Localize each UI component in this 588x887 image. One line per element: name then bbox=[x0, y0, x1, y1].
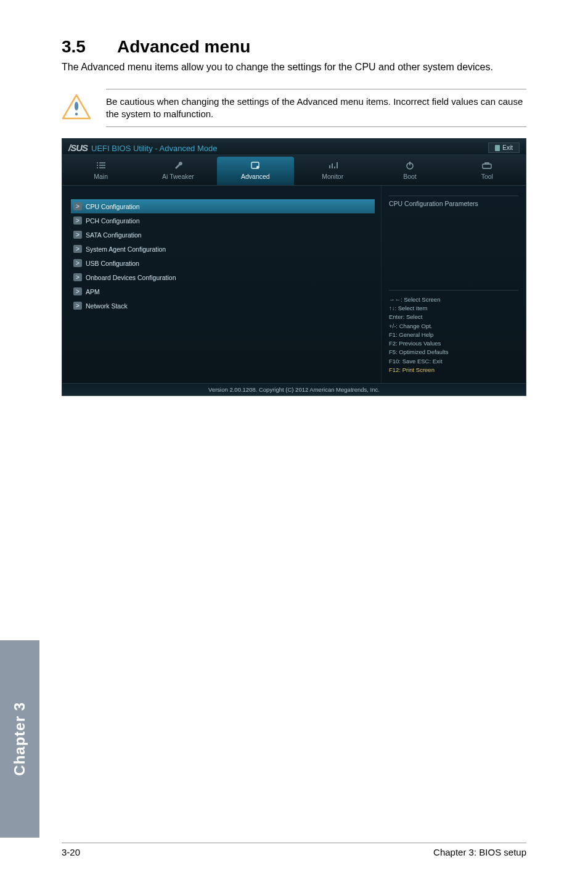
bios-title: UEFI BIOS Utility - Advanced Mode bbox=[91, 144, 217, 153]
menu-item-onboard-devices-configuration[interactable]: > Onboard Devices Configuration bbox=[71, 270, 375, 284]
list-icon bbox=[62, 160, 139, 170]
menu-label: Network Stack bbox=[86, 302, 128, 310]
help-line: Enter: Select bbox=[389, 313, 518, 321]
tab-tool[interactable]: Tool bbox=[449, 157, 526, 185]
submenu-arrow-icon: > bbox=[73, 217, 82, 225]
submenu-arrow-icon: > bbox=[73, 245, 82, 253]
help-line: ↑↓: Select Item bbox=[389, 304, 518, 313]
tab-label: Main bbox=[62, 173, 139, 180]
chip-icon bbox=[217, 160, 294, 170]
tab-monitor[interactable]: Monitor bbox=[294, 157, 371, 185]
bios-titlebar: /SUS UEFI BIOS Utility - Advanced Mode E… bbox=[62, 139, 526, 154]
page-footer: 3-20 Chapter 3: BIOS setup bbox=[62, 843, 526, 857]
menu-item-usb-configuration[interactable]: > USB Configuration bbox=[71, 256, 375, 270]
menu-label: CPU Configuration bbox=[86, 203, 140, 210]
bios-tabs: Main Ai Tweaker Advanced Monitor bbox=[62, 154, 526, 186]
menu-item-apm[interactable]: > APM bbox=[71, 284, 375, 299]
tab-label: Ai Tweaker bbox=[139, 173, 216, 180]
tab-label: Boot bbox=[371, 173, 448, 180]
bios-menu-panel: > CPU Configuration > PCH Configuration … bbox=[62, 186, 381, 383]
chapter-side-tab: Chapter 3 bbox=[0, 640, 39, 838]
submenu-arrow-icon: > bbox=[73, 302, 82, 310]
footer-chapter: Chapter 3: BIOS setup bbox=[433, 847, 526, 857]
section-title: Advanced menu bbox=[117, 37, 250, 56]
svg-point-1 bbox=[75, 112, 78, 115]
exit-button[interactable]: Exit bbox=[488, 142, 520, 153]
help-line: +/-: Change Opt. bbox=[389, 322, 518, 331]
menu-item-pch-configuration[interactable]: > PCH Configuration bbox=[71, 213, 375, 228]
caution-icon bbox=[62, 89, 95, 122]
section-heading: 3.5Advanced menu bbox=[62, 37, 526, 57]
menu-item-sata-configuration[interactable]: > SATA Configuration bbox=[71, 228, 375, 242]
menu-item-cpu-configuration[interactable]: > CPU Configuration bbox=[71, 199, 375, 213]
menu-item-network-stack[interactable]: > Network Stack bbox=[71, 299, 375, 313]
chapter-side-label: Chapter 3 bbox=[11, 702, 28, 776]
help-header: CPU Configuration Parameters bbox=[389, 196, 518, 207]
svg-point-9 bbox=[256, 166, 259, 168]
tab-main[interactable]: Main bbox=[62, 157, 139, 185]
submenu-arrow-icon: > bbox=[73, 202, 82, 210]
exit-icon bbox=[495, 145, 500, 151]
svg-point-0 bbox=[75, 102, 78, 110]
power-icon bbox=[371, 160, 448, 170]
warning-block: Be cautious when changing the settings o… bbox=[62, 89, 526, 128]
bios-help-panel: CPU Configuration Parameters →←: Select … bbox=[381, 186, 526, 383]
tab-label: Advanced bbox=[217, 173, 294, 180]
help-line: F12: Print Screen bbox=[389, 366, 518, 374]
help-line: F5: Optimized Defaults bbox=[389, 348, 518, 357]
menu-label: SATA Configuration bbox=[86, 231, 142, 239]
tab-advanced[interactable]: Advanced bbox=[217, 157, 294, 185]
toolbox-icon bbox=[449, 160, 526, 170]
submenu-arrow-icon: > bbox=[73, 231, 82, 239]
help-line: F10: Save ESC: Exit bbox=[389, 357, 518, 366]
menu-label: APM bbox=[86, 288, 100, 295]
section-intro: The Advanced menu items allow you to cha… bbox=[62, 60, 526, 74]
page-number: 3-20 bbox=[62, 847, 80, 857]
tab-label: Tool bbox=[449, 173, 526, 180]
chart-icon bbox=[294, 160, 371, 170]
tab-ai-tweaker[interactable]: Ai Tweaker bbox=[139, 157, 216, 185]
warning-text: Be cautious when changing the settings o… bbox=[106, 89, 526, 128]
menu-item-system-agent-configuration[interactable]: > System Agent Configuration bbox=[71, 242, 375, 256]
section-number: 3.5 bbox=[62, 37, 117, 57]
menu-label: USB Configuration bbox=[86, 260, 139, 267]
tab-boot[interactable]: Boot bbox=[371, 157, 448, 185]
help-line: F1: General Help bbox=[389, 331, 518, 339]
exit-label: Exit bbox=[502, 144, 513, 151]
wrench-icon bbox=[139, 160, 216, 170]
svg-rect-16 bbox=[483, 164, 491, 168]
menu-label: Onboard Devices Configuration bbox=[86, 274, 176, 281]
submenu-arrow-icon: > bbox=[73, 273, 82, 281]
submenu-arrow-icon: > bbox=[73, 287, 82, 295]
submenu-arrow-icon: > bbox=[73, 259, 82, 267]
key-help: →←: Select Screen ↑↓: Select Item Enter:… bbox=[389, 290, 518, 374]
bios-footer: Version 2.00.1208. Copyright (C) 2012 Am… bbox=[62, 383, 526, 395]
menu-label: System Agent Configuration bbox=[86, 245, 166, 253]
brand-logo: /SUS bbox=[68, 142, 88, 153]
tab-label: Monitor bbox=[294, 173, 371, 180]
help-line: F2: Previous Values bbox=[389, 339, 518, 348]
help-line: →←: Select Screen bbox=[389, 295, 518, 304]
bios-screenshot: /SUS UEFI BIOS Utility - Advanced Mode E… bbox=[62, 138, 526, 396]
menu-label: PCH Configuration bbox=[86, 217, 140, 225]
